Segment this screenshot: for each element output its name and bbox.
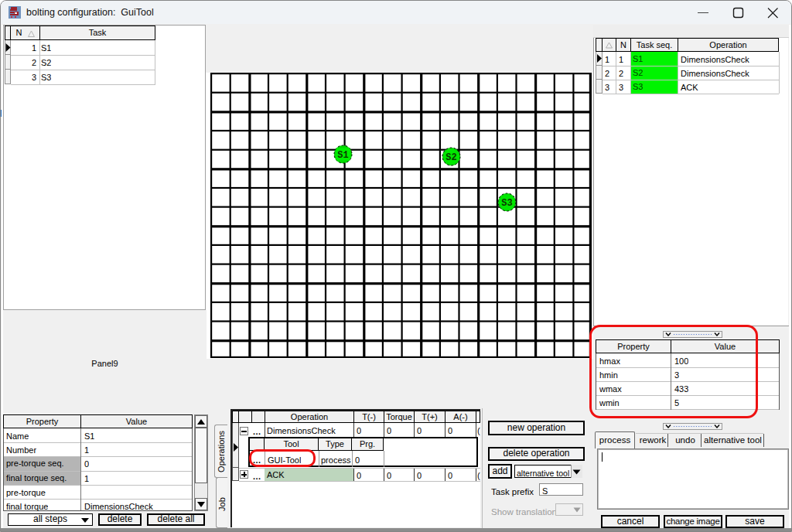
- svg-text:S1: S1: [337, 150, 348, 161]
- svg-text:S2: S2: [446, 152, 456, 163]
- svg-text:S3: S3: [501, 198, 512, 209]
- svg-text:Job: Job: [217, 497, 227, 511]
- svg-text:Operations: Operations: [217, 431, 226, 472]
